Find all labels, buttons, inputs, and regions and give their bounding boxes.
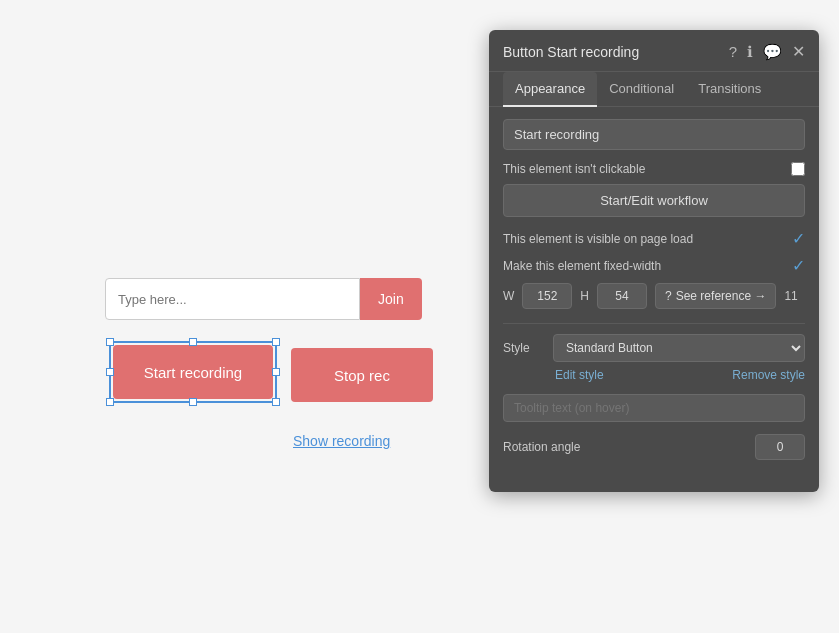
stop-rec-button[interactable]: Stop rec <box>291 348 433 402</box>
rotation-label: Rotation angle <box>503 440 580 454</box>
rotation-row: Rotation angle <box>503 434 805 460</box>
wh-row: W H ? See reference → 11 <box>503 283 805 309</box>
tooltip-row <box>503 394 805 422</box>
visible-on-load-row: This element is visible on page load ✓ <box>503 229 805 248</box>
handle-br[interactable] <box>272 398 280 406</box>
divider <box>503 323 805 324</box>
help-icon[interactable]: ? <box>729 43 737 60</box>
panel-tabs: Appearance Conditional Transitions <box>489 72 819 107</box>
height-input[interactable] <box>597 283 647 309</box>
handle-tl[interactable] <box>106 338 114 346</box>
ref-number: 11 <box>784 289 797 303</box>
close-icon[interactable]: ✕ <box>792 42 805 61</box>
show-recording-link[interactable]: Show recording <box>293 433 390 449</box>
h-label: H <box>580 289 589 303</box>
style-row: Style Standard Button <box>503 334 805 362</box>
not-clickable-row: This element isn't clickable <box>503 162 805 176</box>
fixed-width-label: Make this element fixed-width <box>503 259 661 273</box>
workflow-button[interactable]: Start/Edit workflow <box>503 184 805 217</box>
style-select[interactable]: Standard Button <box>553 334 805 362</box>
type-here-input[interactable] <box>105 278 360 320</box>
panel-header: Button Start recording ? ℹ 💬 ✕ <box>489 30 819 72</box>
rotation-input[interactable] <box>755 434 805 460</box>
remove-style-link[interactable]: Remove style <box>732 368 805 382</box>
handle-bm[interactable] <box>189 398 197 406</box>
tab-conditional[interactable]: Conditional <box>597 72 686 107</box>
visible-on-load-check-icon: ✓ <box>792 229 805 248</box>
element-name-input[interactable] <box>503 119 805 150</box>
properties-panel: Button Start recording ? ℹ 💬 ✕ Appearanc… <box>489 30 819 492</box>
not-clickable-checkbox[interactable] <box>791 162 805 176</box>
start-recording-button[interactable]: Start recording <box>113 345 273 399</box>
panel-title: Button Start recording <box>503 44 639 60</box>
see-reference-button[interactable]: ? See reference → <box>655 283 776 309</box>
style-label: Style <box>503 341 543 355</box>
handle-tr[interactable] <box>272 338 280 346</box>
panel-icons: ? ℹ 💬 ✕ <box>729 42 805 61</box>
tab-transitions[interactable]: Transitions <box>686 72 773 107</box>
not-clickable-label: This element isn't clickable <box>503 162 645 176</box>
width-input[interactable] <box>522 283 572 309</box>
start-recording-wrapper: Start recording <box>113 345 273 399</box>
edit-style-link[interactable]: Edit style <box>555 368 604 382</box>
visible-on-load-label: This element is visible on page load <box>503 232 693 246</box>
w-label: W <box>503 289 514 303</box>
fixed-width-row: Make this element fixed-width ✓ <box>503 256 805 275</box>
tab-appearance[interactable]: Appearance <box>503 72 597 107</box>
fixed-width-check-icon: ✓ <box>792 256 805 275</box>
join-button[interactable]: Join <box>360 278 422 320</box>
handle-mr[interactable] <box>272 368 280 376</box>
chat-icon[interactable]: 💬 <box>763 43 782 61</box>
info-icon[interactable]: ℹ <box>747 43 753 61</box>
panel-body: This element isn't clickable Start/Edit … <box>489 107 819 472</box>
handle-bl[interactable] <box>106 398 114 406</box>
question-icon: ? <box>665 289 672 303</box>
canvas-input-row: Join <box>105 278 422 320</box>
tooltip-input[interactable] <box>503 394 805 422</box>
edit-remove-style-row: Edit style Remove style <box>503 368 805 382</box>
